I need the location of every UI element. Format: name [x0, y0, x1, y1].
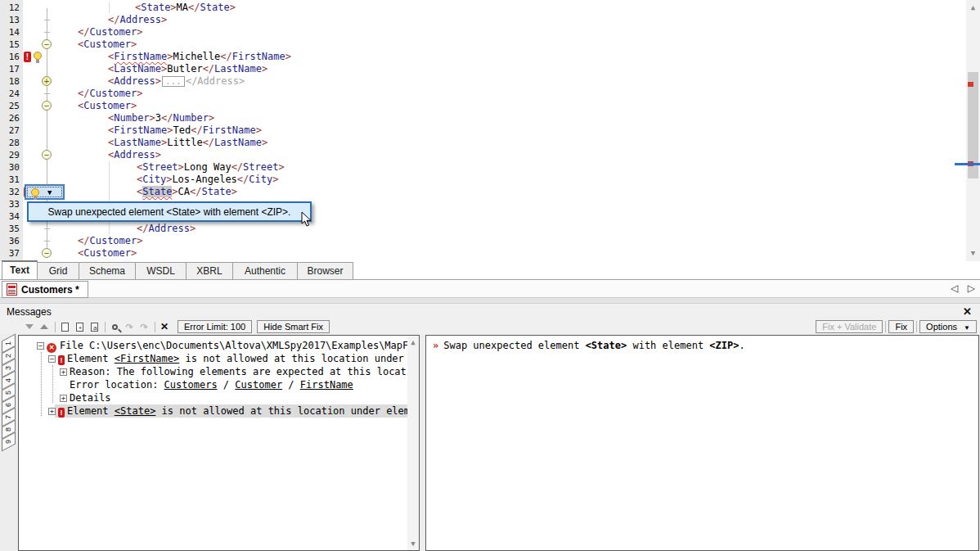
- code-text: <Customer>: [78, 38, 137, 51]
- tab-browser[interactable]: Browser: [297, 262, 353, 279]
- scroll-down-icon[interactable]: ▼: [966, 247, 980, 260]
- xml-file-icon: [7, 283, 17, 296]
- clear-icon[interactable]: ✕: [158, 321, 171, 332]
- message-row[interactable]: +Details: [19, 391, 420, 404]
- copy-icon[interactable]: [58, 321, 71, 332]
- tag-bracket: >: [262, 63, 267, 75]
- fix-validate-button[interactable]: Fix + Validate: [816, 320, 883, 333]
- tag-name: Customer: [89, 235, 137, 246]
- message-text: Details: [70, 392, 111, 404]
- code-text: </Address>: [137, 223, 196, 235]
- code-line[interactable]: 25<Customer>: [0, 100, 965, 112]
- code-line[interactable]: 17<LastName>Butler</LastName>: [0, 63, 965, 75]
- scroll-up-icon[interactable]: ▲: [966, 2, 980, 14]
- line-number: 12: [0, 2, 20, 14]
- collapsed-fold-box[interactable]: ...: [162, 76, 185, 87]
- tab-number: 9: [3, 436, 14, 448]
- fold-collapse-icon[interactable]: −: [42, 248, 52, 258]
- move-up-icon[interactable]: [38, 321, 51, 332]
- code-line[interactable]: 35</Address>: [0, 223, 965, 235]
- tab-scroll-left-icon[interactable]: ◁: [951, 282, 958, 294]
- collapse-icon[interactable]: −: [48, 355, 56, 363]
- code-line[interactable]: 30<Street>Long Way</Street>: [0, 161, 965, 174]
- xmlspy-window: 12<State>MA</State>13</Address>14</Custo…: [0, 0, 980, 551]
- tab-authentic[interactable]: Authentic: [232, 262, 298, 279]
- fold-collapse-icon[interactable]: −: [42, 150, 52, 160]
- tag-bracket: </: [237, 174, 249, 185]
- code-line[interactable]: 15<Customer>: [0, 38, 965, 51]
- code-line[interactable]: 14</Customer>: [0, 26, 965, 38]
- expand-icon[interactable]: +: [60, 368, 67, 376]
- scroll-down-icon[interactable]: ▼: [407, 538, 419, 550]
- line-number: 37: [0, 247, 20, 260]
- tree-scrollbar[interactable]: ▲ ▼: [407, 336, 419, 550]
- message-link[interactable]: Customers: [164, 379, 218, 391]
- message-row[interactable]: −✕File C:\Users\enc\Documents\Altova\XML…: [19, 339, 420, 352]
- code-line[interactable]: 13</Address>: [0, 14, 965, 26]
- fold-collapse-icon[interactable]: −: [42, 39, 52, 49]
- tab-wsdl[interactable]: WSDL: [135, 262, 187, 279]
- tab-text[interactable]: Text: [2, 260, 38, 279]
- tag-bracket: >: [131, 100, 137, 111]
- expand-icon[interactable]: +: [60, 395, 67, 402]
- collapse-icon[interactable]: −: [37, 342, 44, 350]
- code-text: <Street>Long Way</Street>: [137, 161, 285, 174]
- tab-grid[interactable]: Grid: [37, 262, 79, 279]
- chevron-down-icon: ▼: [47, 188, 52, 196]
- message-row[interactable]: +Reason: The following elements are expe…: [19, 365, 420, 378]
- smart-fix-suggestion-popup[interactable]: Swap unexpected element <State> with ele…: [27, 201, 312, 222]
- code-line[interactable]: 31<City>Los-Angeles</City>: [0, 174, 965, 186]
- tab-scroll-right-icon[interactable]: ▷: [968, 282, 975, 294]
- message-row[interactable]: Error location: Customers / Customer / F…: [19, 378, 420, 391]
- code-line[interactable]: 29<Address>: [0, 149, 965, 161]
- code-line[interactable]: 27<FirstName>Ted</FirstName>: [0, 124, 965, 137]
- options-button[interactable]: Options ▼: [919, 320, 977, 333]
- code-line[interactable]: 37<Customer>: [0, 247, 965, 260]
- code-line[interactable]: 18<Address>...</Address>: [0, 75, 965, 88]
- code-line[interactable]: 32!<State>CA</State>: [0, 186, 965, 198]
- code-line[interactable]: 26<Number>3</Number>: [0, 112, 965, 124]
- smart-fix-bulb-dropdown[interactable]: ▼: [25, 184, 65, 200]
- xml-text-editor[interactable]: 12<State>MA</State>13</Address>14</Custo…: [0, 0, 980, 261]
- fold-collapse-icon[interactable]: −: [42, 101, 52, 111]
- smart-fix-detail-pane[interactable]: »Swap unexpected element <State> with el…: [425, 335, 979, 551]
- message-row[interactable]: +!Element <State> is not allowed at this…: [19, 404, 420, 418]
- code-line[interactable]: 24</Customer>: [0, 88, 965, 100]
- message-link[interactable]: FirstName: [300, 379, 353, 391]
- file-tab-customers[interactable]: Customers *: [2, 281, 88, 298]
- tab-schema[interactable]: Schema: [79, 262, 136, 279]
- copy-message-icon[interactable]: +: [73, 321, 86, 332]
- fold-expand-icon[interactable]: +: [42, 76, 52, 86]
- message-row[interactable]: −!Element <FirstName> is not allowed at …: [19, 352, 420, 365]
- scroll-up-icon[interactable]: ▲: [407, 336, 419, 349]
- tag-name: Number: [114, 112, 149, 124]
- find-icon[interactable]: [108, 321, 121, 332]
- code-line[interactable]: 36</Customer>: [0, 235, 965, 247]
- fix-button[interactable]: Fix: [888, 320, 914, 333]
- message-link[interactable]: <State>: [115, 405, 156, 417]
- tag-bracket: </: [161, 112, 173, 124]
- code-line[interactable]: 16!<FirstName>Michelle</FirstName>: [0, 51, 965, 63]
- chevron-down-icon: ▼: [964, 324, 970, 332]
- code-text: <Number>3</Number>: [108, 112, 214, 124]
- expand-icon[interactable]: +: [48, 408, 56, 415]
- editor-scrollbar[interactable]: ▲ ▼: [966, 0, 980, 261]
- tag-bracket: </: [232, 161, 243, 173]
- tab-xbrl[interactable]: XBRL: [186, 262, 233, 279]
- smart-fix-detail-row[interactable]: »Swap unexpected element <State> with el…: [433, 340, 745, 351]
- lightbulb-icon[interactable]: [34, 52, 42, 60]
- tag-name: Address: [114, 149, 155, 160]
- close-icon[interactable]: ✕: [963, 305, 972, 318]
- message-link[interactable]: Customer: [235, 379, 282, 391]
- line-number: 36: [0, 235, 20, 247]
- code-line[interactable]: 28<LastName>Little</LastName>: [0, 137, 965, 149]
- code-line[interactable]: 12<State>MA</State>: [0, 2, 965, 14]
- message-text: File C:\Users\enc\Documents\Altova\XMLSp…: [60, 340, 420, 351]
- copy-all-icon[interactable]: a: [88, 321, 101, 332]
- validation-message-tree[interactable]: −✕File C:\Users\enc\Documents\Altova\XML…: [18, 335, 420, 551]
- hide-smart-fix-button[interactable]: Hide Smart Fix: [257, 320, 330, 333]
- error-limit-button[interactable]: Error Limit: 100: [178, 320, 252, 333]
- message-window-tab-9[interactable]: 9: [2, 431, 16, 451]
- message-text: Error location:: [70, 379, 164, 391]
- message-link[interactable]: <FirstName>: [115, 353, 179, 364]
